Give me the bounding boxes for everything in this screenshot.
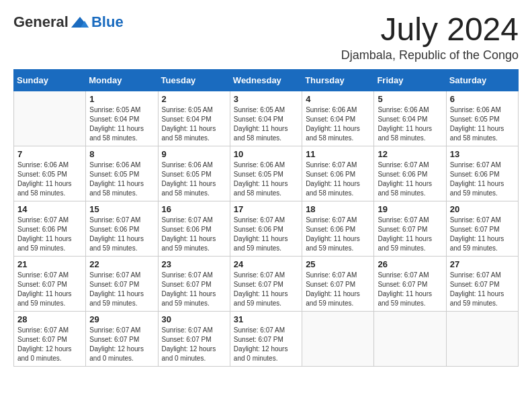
day-info: Sunrise: 6:07 AMSunset: 6:07 PMDaylight:… (89, 326, 154, 363)
calendar-table: SundayMondayTuesdayWednesdayThursdayFrid… (13, 69, 519, 367)
day-info: Sunrise: 6:05 AMSunset: 6:04 PMDaylight:… (234, 105, 298, 143)
calendar-cell: 2Sunrise: 6:05 AMSunset: 6:04 PMDaylight… (158, 91, 230, 146)
title-section: July 2024 Djambala, Republic of the Cong… (341, 13, 519, 62)
calendar-cell: 6Sunrise: 6:06 AMSunset: 6:05 PMDaylight… (446, 91, 518, 146)
day-info: Sunrise: 6:07 AMSunset: 6:07 PMDaylight:… (162, 271, 226, 308)
calendar-cell: 26Sunrise: 6:07 AMSunset: 6:07 PMDayligh… (374, 257, 446, 312)
day-number: 10 (234, 149, 298, 159)
day-number: 1 (89, 94, 154, 104)
calendar-body: 1Sunrise: 6:05 AMSunset: 6:04 PMDaylight… (14, 91, 519, 367)
day-number: 8 (89, 149, 154, 159)
day-number: 12 (378, 149, 442, 159)
day-info: Sunrise: 6:07 AMSunset: 6:07 PMDaylight:… (450, 271, 515, 308)
week-row-3: 14Sunrise: 6:07 AMSunset: 6:06 PMDayligh… (14, 201, 519, 257)
day-info: Sunrise: 6:07 AMSunset: 6:06 PMDaylight:… (378, 161, 442, 198)
calendar-cell: 22Sunrise: 6:07 AMSunset: 6:07 PMDayligh… (86, 257, 158, 312)
calendar-cell: 19Sunrise: 6:07 AMSunset: 6:07 PMDayligh… (374, 201, 446, 257)
calendar-cell: 20Sunrise: 6:07 AMSunset: 6:07 PMDayligh… (446, 201, 518, 257)
day-info: Sunrise: 6:06 AMSunset: 6:05 PMDaylight:… (234, 161, 298, 198)
calendar-cell: 10Sunrise: 6:06 AMSunset: 6:05 PMDayligh… (230, 146, 302, 201)
day-header-wednesday: Wednesday (230, 70, 302, 91)
week-row-1: 1Sunrise: 6:05 AMSunset: 6:04 PMDaylight… (14, 91, 519, 146)
calendar-cell: 30Sunrise: 6:07 AMSunset: 6:07 PMDayligh… (158, 312, 230, 367)
calendar-cell: 16Sunrise: 6:07 AMSunset: 6:06 PMDayligh… (158, 201, 230, 257)
calendar-cell: 21Sunrise: 6:07 AMSunset: 6:07 PMDayligh… (14, 257, 86, 312)
calendar-cell: 18Sunrise: 6:07 AMSunset: 6:06 PMDayligh… (302, 201, 374, 257)
day-header-saturday: Saturday (446, 70, 518, 91)
day-info: Sunrise: 6:06 AMSunset: 6:05 PMDaylight:… (89, 161, 154, 198)
calendar-cell: 1Sunrise: 6:05 AMSunset: 6:04 PMDaylight… (86, 91, 158, 146)
day-info: Sunrise: 6:07 AMSunset: 6:07 PMDaylight:… (378, 216, 442, 253)
day-info: Sunrise: 6:07 AMSunset: 6:06 PMDaylight:… (306, 216, 370, 253)
header: General Blue July 2024 Djambala, Republi… (13, 13, 519, 62)
calendar-cell (302, 312, 374, 367)
calendar-cell: 23Sunrise: 6:07 AMSunset: 6:07 PMDayligh… (158, 257, 230, 312)
day-number: 23 (162, 259, 226, 269)
logo-general-text: General (13, 13, 69, 31)
day-info: Sunrise: 6:06 AMSunset: 6:05 PMDaylight:… (450, 105, 515, 143)
calendar-cell: 3Sunrise: 6:05 AMSunset: 6:04 PMDaylight… (230, 91, 302, 146)
day-number: 13 (450, 149, 515, 159)
day-number: 18 (306, 204, 370, 214)
day-number: 30 (162, 314, 226, 324)
day-number: 27 (450, 259, 515, 269)
day-number: 11 (306, 149, 370, 159)
calendar-cell (446, 312, 518, 367)
day-number: 22 (89, 259, 154, 269)
logo-icon (70, 15, 90, 29)
calendar-cell: 8Sunrise: 6:06 AMSunset: 6:05 PMDaylight… (86, 146, 158, 201)
day-info: Sunrise: 6:06 AMSunset: 6:04 PMDaylight:… (306, 105, 370, 143)
calendar-cell: 29Sunrise: 6:07 AMSunset: 6:07 PMDayligh… (86, 312, 158, 367)
day-info: Sunrise: 6:07 AMSunset: 6:07 PMDaylight:… (378, 271, 442, 308)
calendar-cell: 17Sunrise: 6:07 AMSunset: 6:06 PMDayligh… (230, 201, 302, 257)
day-header-sunday: Sunday (14, 70, 86, 91)
day-info: Sunrise: 6:07 AMSunset: 6:07 PMDaylight:… (89, 271, 154, 308)
day-info: Sunrise: 6:07 AMSunset: 6:06 PMDaylight:… (234, 216, 298, 253)
day-info: Sunrise: 6:06 AMSunset: 6:05 PMDaylight:… (17, 161, 82, 198)
calendar-cell: 11Sunrise: 6:07 AMSunset: 6:06 PMDayligh… (302, 146, 374, 201)
day-info: Sunrise: 6:07 AMSunset: 6:06 PMDaylight:… (17, 216, 82, 253)
day-number: 16 (162, 204, 226, 214)
day-info: Sunrise: 6:07 AMSunset: 6:06 PMDaylight:… (89, 216, 154, 253)
day-number: 3 (234, 94, 298, 104)
day-number: 17 (234, 204, 298, 214)
calendar-cell: 9Sunrise: 6:06 AMSunset: 6:05 PMDaylight… (158, 146, 230, 201)
calendar-cell: 24Sunrise: 6:07 AMSunset: 6:07 PMDayligh… (230, 257, 302, 312)
calendar-cell: 25Sunrise: 6:07 AMSunset: 6:07 PMDayligh… (302, 257, 374, 312)
day-header-tuesday: Tuesday (158, 70, 230, 91)
day-number: 5 (378, 94, 442, 104)
month-title: July 2024 (341, 13, 519, 46)
calendar-cell: 4Sunrise: 6:06 AMSunset: 6:04 PMDaylight… (302, 91, 374, 146)
logo: General Blue (13, 13, 124, 31)
day-number: 28 (17, 314, 82, 324)
day-number: 9 (162, 149, 226, 159)
calendar-cell: 14Sunrise: 6:07 AMSunset: 6:06 PMDayligh… (14, 201, 86, 257)
day-info: Sunrise: 6:07 AMSunset: 6:07 PMDaylight:… (306, 271, 370, 308)
day-info: Sunrise: 6:07 AMSunset: 6:07 PMDaylight:… (17, 326, 82, 363)
day-info: Sunrise: 6:07 AMSunset: 6:07 PMDaylight:… (234, 271, 298, 308)
week-row-2: 7Sunrise: 6:06 AMSunset: 6:05 PMDaylight… (14, 146, 519, 201)
logo-blue-text: Blue (91, 13, 124, 31)
week-row-4: 21Sunrise: 6:07 AMSunset: 6:07 PMDayligh… (14, 257, 519, 312)
day-number: 4 (306, 94, 370, 104)
day-number: 7 (17, 149, 82, 159)
calendar-cell: 7Sunrise: 6:06 AMSunset: 6:05 PMDaylight… (14, 146, 86, 201)
calendar-cell: 13Sunrise: 6:07 AMSunset: 6:06 PMDayligh… (446, 146, 518, 201)
day-number: 29 (89, 314, 154, 324)
day-info: Sunrise: 6:07 AMSunset: 6:06 PMDaylight:… (450, 161, 515, 198)
day-number: 19 (378, 204, 442, 214)
calendar-cell: 27Sunrise: 6:07 AMSunset: 6:07 PMDayligh… (446, 257, 518, 312)
calendar-cell: 31Sunrise: 6:07 AMSunset: 6:07 PMDayligh… (230, 312, 302, 367)
day-number: 26 (378, 259, 442, 269)
day-number: 21 (17, 259, 82, 269)
calendar-cell: 28Sunrise: 6:07 AMSunset: 6:07 PMDayligh… (14, 312, 86, 367)
day-info: Sunrise: 6:06 AMSunset: 6:04 PMDaylight:… (378, 105, 442, 143)
day-number: 14 (17, 204, 82, 214)
day-number: 6 (450, 94, 515, 104)
calendar-cell: 5Sunrise: 6:06 AMSunset: 6:04 PMDaylight… (374, 91, 446, 146)
day-header-monday: Monday (86, 70, 158, 91)
calendar-cell: 12Sunrise: 6:07 AMSunset: 6:06 PMDayligh… (374, 146, 446, 201)
day-info: Sunrise: 6:07 AMSunset: 6:06 PMDaylight:… (162, 216, 226, 253)
day-header-thursday: Thursday (302, 70, 374, 91)
day-number: 15 (89, 204, 154, 214)
